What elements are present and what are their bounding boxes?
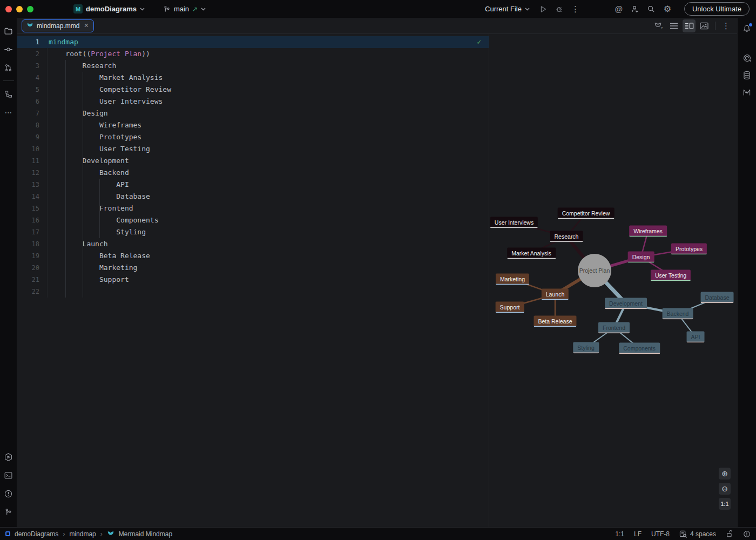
editor-line[interactable]: 5 Competitor Review bbox=[17, 84, 489, 96]
editor-line[interactable]: 19 Beta Release bbox=[17, 250, 489, 262]
structure-tool-icon[interactable] bbox=[1, 86, 16, 102]
mindmap-node-components[interactable]: Components bbox=[619, 343, 660, 354]
mermaid-tool-icon[interactable] bbox=[739, 85, 754, 100]
ai-assistant-tool-icon[interactable] bbox=[739, 50, 754, 65]
mindmap-node-development[interactable]: Development bbox=[605, 298, 647, 309]
split-view-icon[interactable] bbox=[683, 19, 696, 32]
mindmap-node-launch[interactable]: Launch bbox=[542, 289, 569, 300]
editor-options-menu[interactable]: ⋮ bbox=[720, 19, 733, 32]
editor-line[interactable]: 1mindmap✓ bbox=[17, 36, 489, 48]
caret-position[interactable]: 1:1 bbox=[615, 530, 624, 538]
line-number: 5 bbox=[17, 84, 48, 96]
editor-line[interactable]: 15 Frontend bbox=[17, 202, 489, 214]
code-line-text: Beta Release bbox=[49, 250, 150, 262]
mindmap-node-marketing[interactable]: Marketing bbox=[496, 274, 529, 285]
line-number: 13 bbox=[17, 179, 48, 191]
tab-mindmap-mmd[interactable]: mindmap.mmd ✕ bbox=[22, 19, 94, 32]
line-number: 7 bbox=[17, 107, 48, 119]
mindmap-node-backend[interactable]: Backend bbox=[663, 308, 693, 320]
editor-line[interactable]: 17 Styling bbox=[17, 226, 489, 238]
mermaid-preview-pane[interactable]: Project PlanResearchCompetitor ReviewUse… bbox=[489, 34, 737, 527]
mindmap-node-competitor-review[interactable]: Competitor Review bbox=[558, 208, 615, 219]
analysis-ok-check-icon[interactable]: ✓ bbox=[477, 36, 481, 48]
mindmap-node-styling[interactable]: Styling bbox=[573, 342, 599, 354]
mindmap-node-user-interviews[interactable]: User Interviews bbox=[490, 217, 538, 228]
breadcrumb-element[interactable]: Mermaid Mindmap bbox=[119, 530, 172, 538]
editor-line[interactable]: 21 Support bbox=[17, 274, 489, 286]
project-tool-icon[interactable] bbox=[1, 23, 16, 38]
settings-gear-icon[interactable]: ⚙ bbox=[660, 2, 674, 16]
mindmap-node-frontend[interactable]: Frontend bbox=[598, 322, 630, 334]
mindmap-node-market-analysis[interactable]: Market Analysis bbox=[507, 248, 556, 259]
indent-guide bbox=[65, 60, 66, 298]
editor-line[interactable]: 14 Database bbox=[17, 191, 489, 202]
project-widget[interactable]: M demoDiagrams bbox=[73, 4, 145, 14]
editor-line[interactable]: 16 Components bbox=[17, 214, 489, 226]
editor-line[interactable]: 18 Launch bbox=[17, 238, 489, 250]
mindmap-node-api[interactable]: API bbox=[687, 332, 705, 343]
maximize-window-button[interactable] bbox=[27, 6, 33, 12]
close-window-button[interactable] bbox=[5, 6, 12, 12]
mindmap-node-project-plan[interactable]: Project Plan bbox=[578, 254, 611, 287]
problems-tool-icon[interactable] bbox=[1, 486, 16, 501]
mindmap-node-wireframes[interactable]: Wireframes bbox=[629, 226, 667, 237]
editor-line[interactable]: 9 Prototypes bbox=[17, 131, 489, 143]
breadcrumb-file[interactable]: mindmap bbox=[69, 530, 96, 538]
indent-widget[interactable]: 4 spaces bbox=[679, 530, 716, 538]
run-configuration-selector[interactable]: Current File bbox=[485, 5, 530, 13]
editor-line[interactable]: 13 API bbox=[17, 179, 489, 191]
editor-line[interactable]: 7 Design bbox=[17, 107, 489, 119]
mindmap-node-beta-release[interactable]: Beta Release bbox=[534, 316, 576, 327]
editor-line[interactable]: 20 Marketing bbox=[17, 262, 489, 274]
terminal-tool-icon[interactable] bbox=[1, 468, 16, 483]
editor-only-view-icon[interactable] bbox=[667, 19, 680, 32]
line-number: 2 bbox=[17, 48, 48, 60]
more-tool-windows-icon[interactable]: ⋯ bbox=[1, 105, 16, 120]
tab-close-icon[interactable]: ✕ bbox=[84, 22, 89, 29]
debug-button[interactable] bbox=[552, 2, 566, 16]
editor-line[interactable]: 2 root((Project Plan)) bbox=[17, 48, 489, 60]
code-editor[interactable]: 1mindmap✓2 root((Project Plan))3 Researc… bbox=[17, 34, 489, 527]
breadcrumb-project[interactable]: demoDiagrams bbox=[15, 530, 58, 538]
git-tool-icon[interactable] bbox=[1, 504, 16, 519]
error-indicator-icon[interactable] bbox=[743, 530, 751, 538]
ai-assistant-icon[interactable]: @ bbox=[612, 2, 626, 16]
mindmap-node-prototypes[interactable]: Prototypes bbox=[671, 244, 707, 255]
editor-line[interactable]: 11 Development bbox=[17, 155, 489, 167]
more-actions-menu[interactable]: ⋮ bbox=[569, 2, 583, 16]
line-separator[interactable]: LF bbox=[634, 530, 642, 538]
zoom-in-button[interactable]: ⊕ bbox=[719, 468, 731, 480]
preview-only-view-icon[interactable] bbox=[698, 19, 711, 32]
mindmap-node-database[interactable]: Database bbox=[701, 292, 734, 303]
code-line-text: User Testing bbox=[49, 143, 150, 155]
editor-line[interactable]: 22 bbox=[17, 286, 489, 298]
zoom-out-button[interactable]: ⊖ bbox=[719, 483, 731, 495]
mindmap-node-research[interactable]: Research bbox=[550, 231, 583, 242]
vcs-widget[interactable]: main ↗ bbox=[163, 5, 206, 13]
code-with-me-icon[interactable] bbox=[628, 2, 642, 16]
pull-requests-tool-icon[interactable] bbox=[1, 60, 16, 75]
commit-tool-icon[interactable] bbox=[1, 42, 16, 57]
editor-line[interactable]: 6 User Interviews bbox=[17, 96, 489, 107]
editor-line[interactable]: 10 User Testing bbox=[17, 143, 489, 155]
database-tool-icon[interactable] bbox=[739, 68, 754, 83]
minimize-window-button[interactable] bbox=[16, 6, 23, 12]
editor-line[interactable]: 4 Market Analysis bbox=[17, 72, 489, 84]
mindmap-node-user-testing[interactable]: User Testing bbox=[651, 270, 691, 281]
editor-line[interactable]: 3 Research bbox=[17, 60, 489, 72]
notifications-bell-icon[interactable] bbox=[739, 21, 754, 36]
mindmap-node-support[interactable]: Support bbox=[496, 302, 524, 313]
editor-line[interactable]: 8 Wireframes bbox=[17, 119, 489, 131]
line-number: 8 bbox=[17, 119, 48, 131]
editor-line[interactable]: 12 Backend bbox=[17, 167, 489, 179]
line-number: 19 bbox=[17, 250, 48, 262]
services-tool-icon[interactable] bbox=[1, 449, 16, 464]
zoom-reset-button[interactable]: 1:1 bbox=[719, 498, 731, 510]
mindmap-node-design[interactable]: Design bbox=[628, 252, 654, 263]
readonly-lock-icon[interactable] bbox=[726, 530, 733, 538]
run-button[interactable] bbox=[536, 2, 550, 16]
search-everywhere-icon[interactable] bbox=[644, 2, 658, 16]
unlock-ultimate-button[interactable]: Unlock Ultimate bbox=[684, 2, 750, 16]
file-encoding[interactable]: UTF-8 bbox=[651, 530, 670, 538]
mermaid-config-icon[interactable]: ? bbox=[652, 19, 665, 32]
